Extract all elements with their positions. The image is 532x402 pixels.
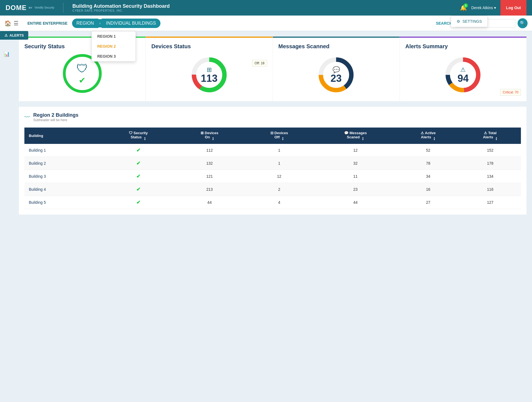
devices-on-sort-icon: ▲▼ bbox=[212, 137, 214, 141]
dome-logo: DOME bbox=[6, 4, 27, 12]
header-right: ⚙ SETTINGS 🔔 0 Derek Atkins ▾ Log Out bbox=[460, 0, 526, 16]
cell-security-4: ✔ bbox=[102, 196, 175, 209]
devices-off-col-icon: ⊟ bbox=[270, 131, 273, 135]
bell-button[interactable]: 🔔 0 bbox=[460, 4, 467, 11]
region-1-item[interactable]: REGION 1 bbox=[92, 31, 135, 41]
cell-devices-on-4: 44 bbox=[175, 196, 244, 209]
cell-security-1: ✔ bbox=[102, 157, 175, 170]
messages-sort-icon: ▲▼ bbox=[362, 137, 364, 141]
user-menu-button[interactable]: Derek Atkins ▾ bbox=[471, 6, 496, 10]
cell-building-0[interactable]: Building 1 bbox=[24, 144, 102, 157]
active-alerts-col-icon: ⚠ bbox=[421, 131, 424, 135]
check-icon: ✔ bbox=[136, 200, 140, 205]
settings-dropdown: ⚙ SETTINGS bbox=[451, 16, 488, 27]
cell-messages-3: 23 bbox=[314, 183, 397, 196]
table-row: Building 5 ✔ 44 4 44 27 127 bbox=[24, 196, 521, 209]
section-subtitle: Subheader will be here bbox=[33, 118, 78, 122]
cell-messages-4: 44 bbox=[314, 196, 397, 209]
region-2-item[interactable]: REGION 2 bbox=[92, 41, 135, 51]
sidebar-chart-icon[interactable]: 📊 bbox=[1, 49, 12, 59]
total-alerts-col-icon: ⚠ bbox=[484, 131, 487, 135]
app-subtitle: CYBER-SAFE PROPERTIES, INC. bbox=[72, 9, 170, 12]
alerts-bar: ⚠ ALERTS bbox=[0, 31, 28, 40]
cell-total-alerts-1: 178 bbox=[459, 157, 521, 170]
col-security-status[interactable]: 🛡 SecurityStatus ▲▼ bbox=[102, 128, 175, 144]
breadcrumb-buildings[interactable]: INDIVIDUAL BUILDINGS bbox=[102, 19, 160, 28]
devices-total: 113 bbox=[201, 73, 218, 83]
cell-active-alerts-1: 78 bbox=[397, 157, 459, 170]
table-body: Building 1 ✔ 112 1 12 52 152 Building 2 … bbox=[24, 144, 521, 209]
shield-icon: 🛡 bbox=[76, 62, 88, 75]
security-sort-icon: ▲▼ bbox=[144, 137, 146, 141]
check-icon: ✔ bbox=[76, 75, 88, 85]
devices-off-tooltip: Off: 18 bbox=[252, 60, 267, 67]
devices-card-title: Devices Status bbox=[151, 43, 191, 50]
cell-total-alerts-0: 152 bbox=[459, 144, 521, 157]
messages-col-icon: 💬 bbox=[344, 131, 349, 135]
messages-card-title: Messages Scanned bbox=[278, 43, 330, 50]
col-active-alerts[interactable]: ⚠ ActiveAlerts ▲▼ bbox=[397, 128, 459, 144]
table-row: Building 4 ✔ 213 2 23 16 116 bbox=[24, 183, 521, 196]
col-building[interactable]: Building bbox=[24, 128, 102, 144]
logout-button[interactable]: Log Out bbox=[500, 0, 526, 16]
cell-building-3[interactable]: Building 4 bbox=[24, 183, 102, 196]
alert-triangle-icon: ⚠ bbox=[4, 33, 8, 37]
messages-card: Messages Scanned 💬 23 bbox=[273, 37, 400, 101]
header-divider bbox=[63, 3, 63, 13]
cell-security-3: ✔ bbox=[102, 183, 175, 196]
security-card-title: Security Status bbox=[24, 43, 65, 50]
main-content: Security Status 🛡 ✔ Devices Status bbox=[13, 31, 532, 220]
cell-messages-2: 11 bbox=[314, 170, 397, 183]
cell-devices-on-1: 132 bbox=[175, 157, 244, 170]
table-row: Building 2 ✔ 132 1 32 78 178 bbox=[24, 157, 521, 170]
cell-building-4[interactable]: Building 5 bbox=[24, 196, 102, 209]
col-devices-on[interactable]: ⊞ DevicesOn ▲▼ bbox=[175, 128, 244, 144]
nav-left: 🏠 ☰ ENTIRE ENTERPRISE REGION › INDIVIDUA… bbox=[4, 19, 160, 28]
devices-status-card: Devices Status ⊞ 113 Off: 18 bbox=[146, 37, 273, 101]
check-icon: ✔ bbox=[136, 174, 140, 179]
home-button[interactable]: 🏠 bbox=[4, 20, 11, 27]
breadcrumb-enterprise[interactable]: ENTIRE ENTERPRISE bbox=[23, 19, 72, 28]
bell-badge: 0 bbox=[464, 3, 468, 8]
messages-donut: 💬 23 bbox=[315, 54, 357, 96]
alerts-button[interactable]: ⚠ ALERTS bbox=[0, 31, 28, 40]
cell-devices-off-1: 1 bbox=[244, 157, 314, 170]
cell-devices-off-2: 12 bbox=[244, 170, 314, 183]
cell-building-1[interactable]: Building 2 bbox=[24, 157, 102, 170]
cell-building-2[interactable]: Building 3 bbox=[24, 170, 102, 183]
veridify-logo: Veridify Security bbox=[35, 6, 55, 9]
region-3-item[interactable]: REGION 3 bbox=[92, 51, 135, 61]
chevron-down-icon: ▾ bbox=[494, 6, 496, 10]
cell-total-alerts-3: 116 bbox=[459, 183, 521, 196]
alerts-summary-card: Alerts Summary ⚠ 94 Critical: 70 bbox=[400, 37, 526, 101]
col-total-alerts[interactable]: ⚠ TotalAlerts ▲▼ bbox=[459, 128, 521, 144]
devices-donut: ⊞ 113 bbox=[188, 54, 230, 96]
settings-item[interactable]: ⚙ SETTINGS bbox=[457, 19, 482, 24]
search-icon: 🔍 bbox=[520, 21, 525, 26]
check-icon: ✔ bbox=[136, 147, 140, 153]
messages-total: 23 bbox=[331, 73, 342, 83]
cell-security-2: ✔ bbox=[102, 170, 175, 183]
settings-label: SETTINGS bbox=[462, 19, 482, 24]
devices-off-sort-icon: ▲▼ bbox=[282, 137, 284, 141]
breadcrumb: ENTIRE ENTERPRISE REGION › INDIVIDUAL BU… bbox=[23, 19, 160, 28]
total-alerts-sort-icon: ▲▼ bbox=[495, 137, 497, 141]
app-title: Building Automation Security Dashboard bbox=[72, 3, 170, 9]
hamburger-button[interactable]: ☰ bbox=[14, 20, 19, 27]
shield-col-icon: 🛡 bbox=[129, 131, 132, 135]
devices-on-col-icon: ⊞ bbox=[201, 131, 204, 135]
building-col-label: Building bbox=[29, 134, 43, 138]
cell-active-alerts-4: 27 bbox=[397, 196, 459, 209]
breadcrumb-region[interactable]: REGION bbox=[72, 19, 98, 28]
col-messages[interactable]: 💬 MessagesScaned ▲▼ bbox=[314, 128, 397, 144]
cell-messages-1: 32 bbox=[314, 157, 397, 170]
cell-devices-on-2: 121 bbox=[175, 170, 244, 183]
logo-area: DOME BY Veridify Security bbox=[6, 4, 54, 12]
cell-total-alerts-4: 127 bbox=[459, 196, 521, 209]
table-header-row: Building 🛡 SecurityStatus ▲▼ ⊞ DevicesOn… bbox=[24, 128, 521, 144]
critical-tooltip: Critical: 70 bbox=[500, 89, 521, 96]
cell-devices-off-4: 4 bbox=[244, 196, 314, 209]
active-alerts-sort-icon: ▲▼ bbox=[433, 137, 436, 141]
col-devices-off[interactable]: ⊟ DevicesOff ▲▼ bbox=[244, 128, 314, 144]
search-button[interactable]: 🔍 bbox=[518, 18, 528, 28]
